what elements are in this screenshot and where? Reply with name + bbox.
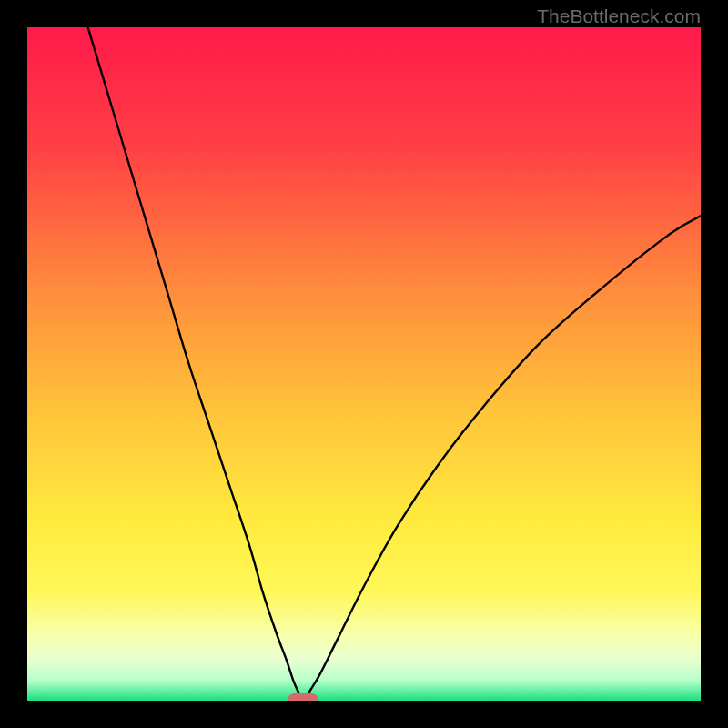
optimum-marker — [288, 693, 318, 701]
curve-left — [88, 27, 304, 701]
curve-right — [303, 216, 701, 701]
chart-frame: TheBottleneck.com — [0, 0, 728, 728]
plot-area — [27, 27, 701, 701]
curve-layer — [27, 27, 701, 701]
watermark-text: TheBottleneck.com — [537, 5, 701, 27]
